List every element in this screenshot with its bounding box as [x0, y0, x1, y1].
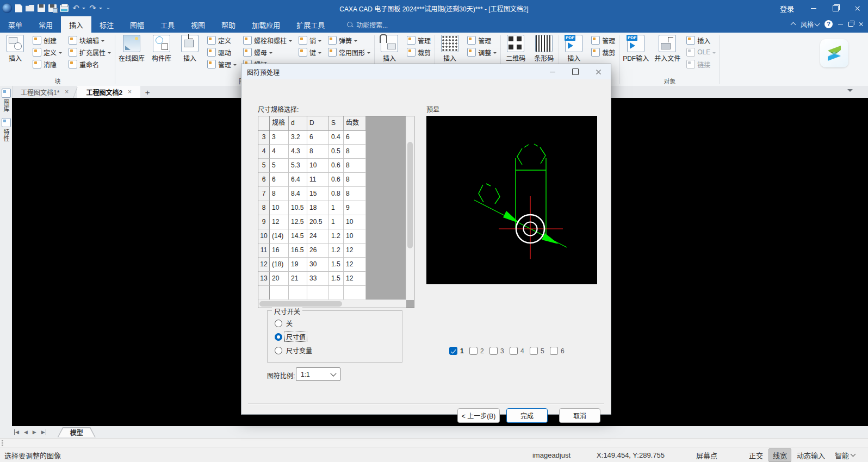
header-cell-5[interactable]: 齿数: [344, 116, 366, 130]
part-checkbox-3[interactable]: 3: [489, 347, 510, 355]
menu-tab-10[interactable]: 扩展工具: [288, 16, 333, 33]
cell-4[interactable]: 1.2: [329, 229, 344, 244]
ribbon-item-ole[interactable]: OLE: [684, 46, 718, 58]
cell-4[interactable]: 1: [329, 201, 344, 215]
ribbon-button-pdf-insert[interactable]: PDF插入: [560, 34, 588, 64]
cell-2[interactable]: 12.5: [289, 215, 307, 229]
print-icon[interactable]: [60, 5, 69, 12]
cell-4[interactable]: 1.5: [329, 258, 344, 272]
cell-0[interactable]: 13: [258, 272, 270, 286]
cell-4[interactable]: 1.5: [329, 272, 344, 286]
cell-1[interactable]: (18): [270, 258, 289, 272]
header-cell-1[interactable]: 规格: [270, 116, 289, 130]
cell-1[interactable]: (14): [270, 229, 289, 244]
ribbon-item-symbol-manage[interactable]: 管理: [205, 58, 239, 70]
cell-1[interactable]: [270, 286, 289, 300]
cell-5[interactable]: 6: [344, 130, 366, 145]
cell-1[interactable]: 16: [270, 244, 289, 258]
menu-tab-9[interactable]: 加载应用: [244, 16, 288, 33]
ribbon-item-object-insert[interactable]: 插入: [684, 34, 718, 46]
restore-button[interactable]: [824, 0, 846, 16]
ribbon-item-common-shapes[interactable]: 常用图形: [326, 46, 373, 58]
cell-3[interactable]: 11: [307, 173, 329, 187]
part-checkbox-1[interactable]: 1: [449, 347, 469, 355]
cell-5[interactable]: 12: [344, 272, 366, 286]
cell-3[interactable]: 26: [307, 244, 329, 258]
ribbon-button-block-insert[interactable]: 插入: [1, 34, 29, 64]
ribbon-button-symbol-insert[interactable]: 插入: [176, 34, 204, 64]
cell-1[interactable]: 10: [270, 201, 289, 215]
table-row[interactable]: [258, 286, 406, 300]
cell-2[interactable]: 6.4: [289, 173, 307, 187]
doc-tab-1[interactable]: 工程图文档1*×: [12, 86, 77, 98]
cell-3[interactable]: 8: [307, 145, 329, 159]
table-row[interactable]: 91212.520.5110: [258, 215, 406, 229]
status-toggle-线宽[interactable]: 线宽: [768, 448, 791, 462]
redo-icon[interactable]: ↷: [89, 4, 97, 13]
cell-5[interactable]: 12: [344, 258, 366, 272]
ribbon-item-pin[interactable]: 销: [296, 34, 324, 46]
vertical-scroll-thumb[interactable]: [407, 142, 413, 248]
finish-button[interactable]: 完成: [506, 408, 548, 423]
cell-4[interactable]: 0.8: [329, 187, 344, 201]
table-row[interactable]: 10(14)14.5241.210: [258, 229, 406, 244]
ribbon-item-block-define[interactable]: 定义: [30, 46, 64, 58]
cell-0[interactable]: 8: [258, 201, 270, 215]
grip-handle-icon[interactable]: [2, 440, 3, 446]
radio-option-2[interactable]: 尺寸值: [275, 332, 313, 341]
part-checkbox-4[interactable]: 4: [510, 347, 530, 355]
dropdown-arrow-icon[interactable]: [99, 8, 102, 11]
cell-1[interactable]: 6: [270, 173, 289, 187]
menu-tab-1[interactable]: 菜单: [0, 16, 30, 33]
cell-3[interactable]: 18: [307, 201, 329, 215]
previous-sheet-button[interactable]: ◀: [24, 429, 28, 435]
table-row[interactable]: 666.4110.68: [258, 173, 406, 187]
model-tab[interactable]: 模型: [58, 427, 96, 438]
cell-3[interactable]: 24: [307, 229, 329, 244]
status-toggle-正交[interactable]: 正交: [745, 448, 767, 462]
cell-3[interactable]: 15: [307, 187, 329, 201]
radio-option-1[interactable]: 关: [275, 319, 313, 328]
ribbon-item-raster-manage[interactable]: 管理: [465, 34, 499, 46]
table-row[interactable]: 555.3100.68: [258, 159, 406, 173]
function-search[interactable]: 功能搜索...: [347, 16, 388, 33]
vertical-scrollbar[interactable]: [406, 116, 414, 300]
new-tab-button[interactable]: +: [140, 86, 154, 98]
ribbon-button-pdf-import[interactable]: PDFPDF输入: [620, 34, 652, 64]
cell-1[interactable]: 12: [270, 215, 289, 229]
cell-0[interactable]: 5: [258, 159, 270, 173]
last-sheet-button[interactable]: ▶: [41, 429, 46, 435]
customize-icon[interactable]: ⌄: [106, 4, 111, 13]
cell-3[interactable]: 33: [307, 272, 329, 286]
side-panel-properties[interactable]: 特性: [2, 116, 11, 143]
new-file-icon[interactable]: [15, 4, 22, 13]
part-checkbox-6[interactable]: 6: [550, 347, 570, 355]
ribbon-button-online-library[interactable]: 在线图库: [116, 34, 147, 64]
ribbon-button-raster-insert[interactable]: 插入: [436, 34, 464, 64]
table-row[interactable]: 111616.5261.212: [258, 244, 406, 258]
menu-tab-7[interactable]: 视图: [183, 16, 213, 33]
cell-0[interactable]: 12: [258, 258, 270, 272]
close-tab-icon[interactable]: ×: [128, 88, 132, 96]
cell-3[interactable]: [307, 286, 329, 300]
ribbon-item-block-create[interactable]: 创建: [30, 34, 64, 46]
dialog-maximize-button[interactable]: [564, 64, 587, 79]
cell-5[interactable]: 8: [344, 173, 366, 187]
cell-0[interactable]: 3: [258, 130, 270, 145]
cell-4[interactable]: [329, 286, 344, 300]
cell-5[interactable]: 10: [344, 229, 366, 244]
cell-4[interactable]: 1: [329, 215, 344, 229]
symbol-scale-dropdown[interactable]: 1:1: [296, 367, 340, 381]
table-row[interactable]: 788.4150.88: [258, 187, 406, 201]
ribbon-item-picture-manage[interactable]: 管理: [405, 34, 433, 46]
part-checkbox-5[interactable]: 5: [530, 347, 550, 355]
save-as-icon[interactable]: [48, 4, 57, 12]
dropdown-arrow-icon[interactable]: [82, 8, 85, 11]
cell-5[interactable]: 10: [344, 215, 366, 229]
save-icon[interactable]: [38, 4, 45, 12]
command-strip[interactable]: [0, 438, 868, 447]
cell-1[interactable]: 8: [270, 187, 289, 201]
cell-2[interactable]: 8.4: [289, 187, 307, 201]
help-icon[interactable]: ?: [824, 20, 833, 28]
ribbon-item-extend-attr[interactable]: 扩充属性: [66, 46, 113, 58]
